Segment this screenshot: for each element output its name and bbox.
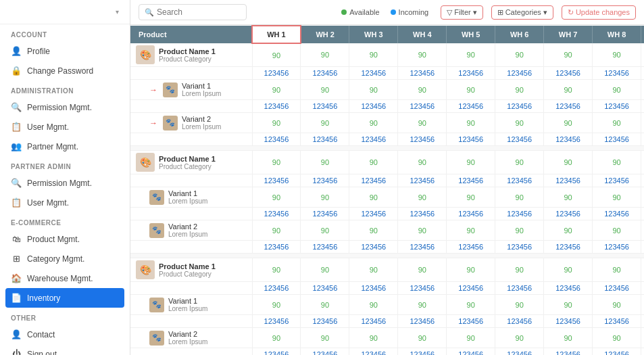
- search-icon: 🔍: [11, 102, 22, 112]
- available-val: 90: [349, 258, 398, 282]
- chevron-icon: ▾: [116, 8, 119, 16]
- update-changes-button[interactable]: ↻ Update changes: [562, 5, 636, 20]
- incoming-val: 123456: [641, 174, 645, 187]
- incoming-val: 123456: [398, 67, 447, 80]
- available-val: 90: [301, 328, 349, 348]
- variant-row-available: 🐾 Variant 2 Lorem Ipsum 9090909090909090…: [130, 220, 644, 241]
- categories-button[interactable]: ⊞ Categories ▾: [491, 5, 553, 20]
- available-val: 90: [544, 295, 593, 315]
- available-val: 90: [641, 113, 645, 133]
- filter-label: Filter: [454, 8, 470, 16]
- incoming-val: 123456: [252, 100, 301, 113]
- incoming-val: 123456: [398, 315, 447, 328]
- incoming-val: 123456: [252, 133, 301, 146]
- sidebar-item-partner-mgmt[interactable]: 👥 Partner Mgmt.: [0, 137, 130, 156]
- incoming-val: 123456: [544, 282, 593, 295]
- sidebar-item-label: Permission Mgmt.: [27, 103, 92, 112]
- incoming-val: 123456: [495, 348, 544, 356]
- available-val: 90: [495, 43, 544, 67]
- available-val: 90: [495, 187, 544, 208]
- incoming-val: 123456: [593, 174, 641, 187]
- product-row-available: 🎨 Product Name 1 Product Category 909090…: [130, 151, 644, 174]
- incoming-val: 123456: [641, 133, 645, 146]
- dot-incoming: [391, 9, 396, 15]
- sidebar-item-inventory[interactable]: 📄 Inventory: [5, 288, 124, 308]
- sidebar-item-product-mgmt[interactable]: 🛍 Product Mgmt.: [0, 229, 130, 249]
- available-val: 90: [593, 80, 641, 100]
- variant-thumbnail: 🐾: [163, 116, 178, 131]
- available-val: 90: [349, 187, 398, 208]
- sidebar-item-contact[interactable]: 👤 Contact: [0, 325, 130, 344]
- incoming-val: 123456: [252, 241, 301, 254]
- arrow-icon: →: [149, 118, 157, 128]
- search-input[interactable]: [157, 7, 231, 17]
- available-val: 90: [447, 151, 495, 174]
- product-thumbnail: 🎨: [136, 260, 155, 279]
- available-val: 90: [544, 80, 593, 100]
- incoming-val: 123456: [301, 174, 349, 187]
- available-val: 90: [593, 151, 641, 174]
- available-val: 90: [495, 295, 544, 315]
- variant-cell: 🐾 Variant 1 Lorem Ipsum: [136, 297, 247, 312]
- available-val: 90: [252, 328, 301, 348]
- available-val: 90: [398, 295, 447, 315]
- available-val: 90: [447, 258, 495, 282]
- available-val: 90: [544, 43, 593, 67]
- col-wh9: WH 9: [641, 26, 645, 43]
- incoming-val: 123456: [447, 282, 495, 295]
- inventory-table-container: Product WH 1 WH 2 WH 3 WH 4 WH 5 WH 6 WH…: [130, 25, 644, 355]
- warehouse-icon: 🏠: [11, 273, 22, 283]
- incoming-val: 123456: [252, 174, 301, 187]
- incoming-val: 123456: [349, 315, 398, 328]
- available-val: 90: [252, 295, 301, 315]
- update-icon: ↻: [568, 8, 574, 17]
- incoming-val: 123456: [252, 208, 301, 220]
- product-row-incoming: 1234561234561234561234561234561234561234…: [130, 282, 644, 295]
- sidebar-item-permission-partner[interactable]: 🔍 Permission Mgmt.: [0, 173, 130, 193]
- sidebar-item-category-mgmt[interactable]: ⊞ Category Mgmt.: [0, 249, 130, 268]
- available-val: 90: [641, 295, 645, 315]
- incoming-val: 123456: [252, 348, 301, 356]
- incoming-val: 123456: [252, 67, 301, 80]
- variant-thumbnail: 🐾: [149, 331, 164, 346]
- available-val: 90: [398, 43, 447, 67]
- sidebar-item-permission-admin[interactable]: 🔍 Permission Mgmt.: [0, 97, 130, 117]
- available-val: 90: [349, 80, 398, 100]
- available-val: 90: [301, 187, 349, 208]
- col-wh6: WH 6: [495, 26, 544, 43]
- sidebar-item-profile[interactable]: 👤 Profile: [0, 41, 130, 61]
- search-box[interactable]: 🔍: [139, 4, 247, 20]
- available-val: 90: [301, 151, 349, 174]
- section-administration: ADMINISTRATION: [0, 80, 130, 97]
- product-row-incoming: 1234561234561234561234561234561234561234…: [130, 67, 644, 80]
- categories-label: Categories: [505, 8, 541, 16]
- available-val: 90: [593, 43, 641, 67]
- available-val: 90: [349, 43, 398, 67]
- available-val: 90: [544, 113, 593, 133]
- product-cell: 🎨 Product Name 1 Product Category: [136, 45, 247, 64]
- sidebar-item-sign-out[interactable]: ⏻ Sign out: [0, 344, 130, 355]
- incoming-val: 123456: [301, 67, 349, 80]
- incoming-val: 123456: [447, 67, 495, 80]
- incoming-val: 123456: [349, 67, 398, 80]
- available-val: 90: [252, 220, 301, 241]
- incoming-val: 123456: [349, 348, 398, 356]
- available-val: 90: [641, 187, 645, 208]
- sidebar-item-change-password[interactable]: 🔒 Change Password: [0, 61, 130, 80]
- variant-row-incoming: 1234561234561234561234561234561234561234…: [130, 208, 644, 220]
- sidebar-item-user-admin[interactable]: 📋 User Mgmt.: [0, 117, 130, 137]
- sidebar-item-label: Category Mgmt.: [27, 254, 84, 264]
- legend-incoming: Incoming: [391, 8, 429, 16]
- available-val: 90: [252, 43, 301, 67]
- available-val: 90: [349, 113, 398, 133]
- col-wh7: WH 7: [544, 26, 593, 43]
- sidebar-item-warehouse-mgmt[interactable]: 🏠 Warehouse Mgmt.: [0, 268, 130, 288]
- sidebar-item-user-partner[interactable]: 📋 User Mgmt.: [0, 193, 130, 212]
- user-icon: 👤: [11, 46, 22, 56]
- filter-chevron: ▾: [473, 8, 477, 17]
- incoming-val: 123456: [447, 241, 495, 254]
- incoming-val: 123456: [495, 282, 544, 295]
- variant-sub: Lorem Ipsum: [182, 123, 221, 131]
- filter-button[interactable]: ▽ Filter ▾: [441, 5, 482, 20]
- available-val: 90: [252, 113, 301, 133]
